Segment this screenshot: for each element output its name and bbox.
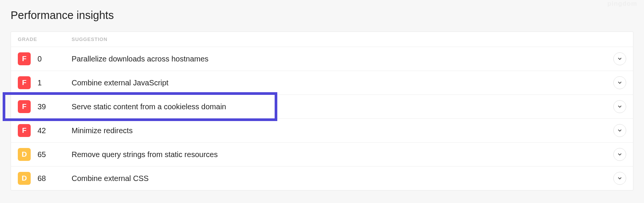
grade-score: 65 — [38, 150, 46, 159]
grade-column: F42 — [18, 124, 72, 137]
suggestion-text: Minimize redirects — [72, 126, 613, 135]
grade-score: 0 — [38, 55, 42, 63]
grade-badge: F — [18, 52, 31, 65]
grade-badge: D — [18, 172, 31, 185]
table-header: GRADE SUGGESTION — [11, 32, 633, 47]
grade-column: D68 — [18, 172, 72, 185]
chevron-down-icon — [617, 128, 622, 133]
suggestion-text: Combine external JavaScript — [72, 79, 613, 87]
grade-column: F0 — [18, 52, 72, 65]
insights-container: Performance insights GRADE SUGGESTION F0… — [0, 0, 644, 190]
suggestion-text: Combine external CSS — [72, 174, 613, 183]
grade-score: 39 — [38, 102, 46, 111]
page-title: Performance insights — [11, 0, 633, 31]
suggestion-text: Parallelize downloads across hostnames — [72, 55, 613, 63]
header-grade: GRADE — [18, 36, 72, 42]
suggestion-text: Remove query strings from static resourc… — [72, 150, 613, 159]
chevron-down-icon — [617, 176, 622, 181]
expand-button[interactable] — [613, 100, 626, 113]
chevron-down-icon — [617, 152, 622, 157]
grade-column: D65 — [18, 148, 72, 161]
table-row[interactable]: F42Minimize redirects — [11, 118, 633, 142]
insights-table: GRADE SUGGESTION F0Parallelize downloads… — [11, 31, 633, 190]
table-row[interactable]: F39Serve static content from a cookieles… — [11, 94, 633, 118]
grade-badge: F — [18, 100, 31, 113]
expand-button[interactable] — [613, 148, 626, 161]
grade-column: F1 — [18, 76, 72, 89]
header-suggestion: SUGGESTION — [72, 36, 626, 42]
expand-button[interactable] — [613, 124, 626, 137]
table-row[interactable]: D65Remove query strings from static reso… — [11, 142, 633, 166]
grade-badge: F — [18, 76, 31, 89]
chevron-down-icon — [617, 56, 622, 61]
chevron-down-icon — [617, 104, 622, 109]
suggestion-text: Serve static content from a cookieless d… — [72, 102, 613, 111]
grade-badge: D — [18, 148, 31, 161]
table-row[interactable]: F1Combine external JavaScript — [11, 71, 633, 94]
grade-badge: F — [18, 124, 31, 137]
grade-score: 1 — [38, 79, 42, 87]
expand-button[interactable] — [613, 172, 626, 185]
table-row[interactable]: D68Combine external CSS — [11, 166, 633, 190]
grade-score: 42 — [38, 126, 46, 135]
table-row[interactable]: F0Parallelize downloads across hostnames — [11, 47, 633, 71]
watermark: pingdom — [607, 0, 637, 8]
grade-score: 68 — [38, 174, 46, 183]
expand-button[interactable] — [613, 76, 626, 89]
expand-button[interactable] — [613, 52, 626, 65]
chevron-down-icon — [617, 80, 622, 85]
grade-column: F39 — [18, 100, 72, 113]
